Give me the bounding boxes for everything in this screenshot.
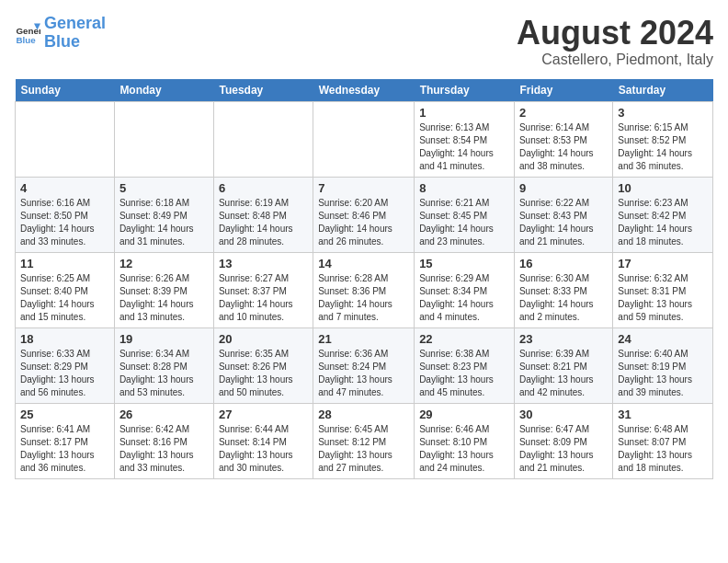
day-info: Sunrise: 6:29 AM Sunset: 8:34 PM Dayligh… [419, 272, 509, 324]
day-info: Sunrise: 6:44 AM Sunset: 8:14 PM Dayligh… [219, 423, 308, 475]
logo-text: GeneralBlue [44, 15, 106, 52]
day-number: 19 [119, 332, 209, 346]
day-number: 4 [20, 181, 109, 195]
day-number: 31 [618, 408, 708, 421]
day-info: Sunrise: 6:40 AM Sunset: 8:19 PM Dayligh… [618, 348, 708, 399]
day-number: 7 [318, 181, 409, 195]
day-info: Sunrise: 6:16 AM Sunset: 8:50 PM Dayligh… [20, 197, 109, 248]
day-info: Sunrise: 6:32 AM Sunset: 8:31 PM Dayligh… [618, 272, 708, 324]
day-number: 2 [519, 106, 608, 120]
day-number: 9 [519, 181, 608, 195]
calendar-cell: 14Sunrise: 6:28 AM Sunset: 8:36 PM Dayli… [313, 252, 415, 327]
day-info: Sunrise: 6:33 AM Sunset: 8:29 PM Dayligh… [20, 348, 109, 399]
day-number: 3 [618, 106, 708, 120]
subtitle: Castellero, Piedmont, Italy [517, 52, 713, 68]
day-number: 14 [318, 257, 409, 270]
day-number: 28 [318, 408, 409, 421]
day-info: Sunrise: 6:27 AM Sunset: 8:37 PM Dayligh… [219, 272, 308, 324]
title-block: August 2024 Castellero, Piedmont, Italy [517, 15, 713, 68]
day-info: Sunrise: 6:28 AM Sunset: 8:36 PM Dayligh… [318, 272, 409, 324]
day-number: 18 [20, 332, 109, 346]
calendar-cell: 19Sunrise: 6:34 AM Sunset: 8:28 PM Dayli… [114, 327, 213, 403]
calendar-cell [313, 101, 415, 177]
day-info: Sunrise: 6:30 AM Sunset: 8:33 PM Dayligh… [519, 272, 608, 324]
calendar-cell: 13Sunrise: 6:27 AM Sunset: 8:37 PM Dayli… [213, 252, 313, 327]
calendar-cell: 4Sunrise: 6:16 AM Sunset: 8:50 PM Daylig… [16, 177, 115, 252]
day-info: Sunrise: 6:22 AM Sunset: 8:43 PM Dayligh… [519, 197, 608, 248]
day-info: Sunrise: 6:35 AM Sunset: 8:26 PM Dayligh… [219, 348, 308, 399]
calendar-cell: 30Sunrise: 6:47 AM Sunset: 8:09 PM Dayli… [514, 403, 612, 478]
day-number: 10 [618, 181, 708, 195]
page-header: General Blue GeneralBlue August 2024 Cas… [15, 15, 713, 68]
calendar-week-row: 18Sunrise: 6:33 AM Sunset: 8:29 PM Dayli… [16, 327, 713, 403]
day-info: Sunrise: 6:13 AM Sunset: 8:54 PM Dayligh… [419, 121, 509, 173]
calendar-cell: 27Sunrise: 6:44 AM Sunset: 8:14 PM Dayli… [213, 403, 313, 478]
calendar-cell: 16Sunrise: 6:30 AM Sunset: 8:33 PM Dayli… [514, 252, 612, 327]
calendar-week-row: 4Sunrise: 6:16 AM Sunset: 8:50 PM Daylig… [16, 177, 713, 252]
day-number: 1 [419, 106, 509, 120]
day-info: Sunrise: 6:15 AM Sunset: 8:52 PM Dayligh… [618, 121, 708, 173]
calendar-cell: 21Sunrise: 6:36 AM Sunset: 8:24 PM Dayli… [313, 327, 415, 403]
column-header-friday: Friday [514, 79, 612, 102]
day-number: 6 [219, 181, 308, 195]
calendar-week-row: 1Sunrise: 6:13 AM Sunset: 8:54 PM Daylig… [16, 101, 713, 177]
day-info: Sunrise: 6:36 AM Sunset: 8:24 PM Dayligh… [318, 348, 409, 399]
day-info: Sunrise: 6:23 AM Sunset: 8:42 PM Dayligh… [618, 197, 708, 248]
day-number: 25 [20, 408, 109, 421]
day-info: Sunrise: 6:42 AM Sunset: 8:16 PM Dayligh… [119, 423, 209, 475]
calendar-cell: 11Sunrise: 6:25 AM Sunset: 8:40 PM Dayli… [16, 252, 115, 327]
day-info: Sunrise: 6:21 AM Sunset: 8:45 PM Dayligh… [419, 197, 509, 248]
day-number: 12 [119, 257, 209, 270]
calendar-cell: 24Sunrise: 6:40 AM Sunset: 8:19 PM Dayli… [613, 327, 713, 403]
day-info: Sunrise: 6:34 AM Sunset: 8:28 PM Dayligh… [119, 348, 209, 399]
calendar-cell: 5Sunrise: 6:18 AM Sunset: 8:49 PM Daylig… [114, 177, 213, 252]
day-info: Sunrise: 6:47 AM Sunset: 8:09 PM Dayligh… [519, 423, 608, 475]
day-number: 16 [519, 257, 608, 270]
column-header-tuesday: Tuesday [213, 79, 313, 102]
calendar-cell: 2Sunrise: 6:14 AM Sunset: 8:53 PM Daylig… [514, 101, 612, 177]
day-number: 15 [419, 257, 509, 270]
day-number: 11 [20, 257, 109, 270]
calendar-cell: 26Sunrise: 6:42 AM Sunset: 8:16 PM Dayli… [114, 403, 213, 478]
day-number: 22 [419, 332, 509, 346]
logo-icon: General Blue [15, 20, 40, 46]
column-header-monday: Monday [114, 79, 213, 102]
column-header-sunday: Sunday [16, 79, 115, 102]
day-number: 8 [419, 181, 509, 195]
day-info: Sunrise: 6:19 AM Sunset: 8:48 PM Dayligh… [219, 197, 308, 248]
calendar-cell: 31Sunrise: 6:48 AM Sunset: 8:07 PM Dayli… [613, 403, 713, 478]
calendar-cell: 23Sunrise: 6:39 AM Sunset: 8:21 PM Dayli… [514, 327, 612, 403]
day-info: Sunrise: 6:25 AM Sunset: 8:40 PM Dayligh… [20, 272, 109, 324]
calendar-cell: 9Sunrise: 6:22 AM Sunset: 8:43 PM Daylig… [514, 177, 612, 252]
calendar-header-row: SundayMondayTuesdayWednesdayThursdayFrid… [16, 79, 713, 102]
day-number: 13 [219, 257, 308, 270]
calendar-cell: 18Sunrise: 6:33 AM Sunset: 8:29 PM Dayli… [16, 327, 115, 403]
day-number: 21 [318, 332, 409, 346]
calendar-cell: 28Sunrise: 6:45 AM Sunset: 8:12 PM Dayli… [313, 403, 415, 478]
calendar-cell: 8Sunrise: 6:21 AM Sunset: 8:45 PM Daylig… [415, 177, 515, 252]
day-info: Sunrise: 6:46 AM Sunset: 8:10 PM Dayligh… [419, 423, 509, 475]
day-info: Sunrise: 6:45 AM Sunset: 8:12 PM Dayligh… [318, 423, 409, 475]
day-number: 5 [119, 181, 209, 195]
day-info: Sunrise: 6:39 AM Sunset: 8:21 PM Dayligh… [519, 348, 608, 399]
calendar-week-row: 25Sunrise: 6:41 AM Sunset: 8:17 PM Dayli… [16, 403, 713, 478]
day-number: 26 [119, 408, 209, 421]
calendar-cell: 20Sunrise: 6:35 AM Sunset: 8:26 PM Dayli… [213, 327, 313, 403]
day-number: 17 [618, 257, 708, 270]
logo: General Blue GeneralBlue [15, 15, 106, 52]
calendar-cell: 3Sunrise: 6:15 AM Sunset: 8:52 PM Daylig… [613, 101, 713, 177]
calendar-cell [114, 101, 213, 177]
day-info: Sunrise: 6:48 AM Sunset: 8:07 PM Dayligh… [618, 423, 708, 475]
svg-text:Blue: Blue [16, 35, 36, 45]
day-number: 27 [219, 408, 308, 421]
day-number: 29 [419, 408, 509, 421]
day-number: 30 [519, 408, 608, 421]
calendar-table: SundayMondayTuesdayWednesdayThursdayFrid… [15, 79, 713, 479]
calendar-cell: 22Sunrise: 6:38 AM Sunset: 8:23 PM Dayli… [415, 327, 515, 403]
calendar-cell: 29Sunrise: 6:46 AM Sunset: 8:10 PM Dayli… [415, 403, 515, 478]
day-number: 20 [219, 332, 308, 346]
calendar-week-row: 11Sunrise: 6:25 AM Sunset: 8:40 PM Dayli… [16, 252, 713, 327]
column-header-wednesday: Wednesday [313, 79, 415, 102]
calendar-cell: 10Sunrise: 6:23 AM Sunset: 8:42 PM Dayli… [613, 177, 713, 252]
column-header-saturday: Saturday [613, 79, 713, 102]
